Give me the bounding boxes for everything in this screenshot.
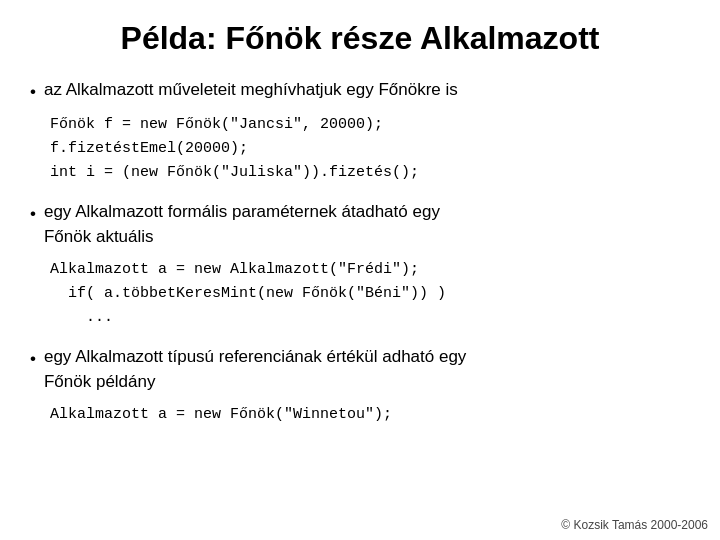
content-area: • az Alkalmazott műveleteit meghívhatjuk…	[30, 77, 690, 427]
bullet-icon-3: •	[30, 346, 36, 372]
copyright-text: © Kozsik Tamás 2000-2006	[561, 518, 708, 532]
bullet-item-1: • az Alkalmazott műveleteit meghívhatjuk…	[30, 77, 690, 105]
code-block-2: Alkalmazott a = new Alkalmazott("Frédi")…	[50, 258, 690, 330]
bullet-item-3: • egy Alkalmazott típusú referenciának é…	[30, 344, 690, 395]
code-line-1-2: f.fizetéstEmel(20000);	[50, 140, 248, 157]
page-title: Példa: Főnök része Alkalmazott	[30, 20, 690, 57]
bullet-icon-2: •	[30, 201, 36, 227]
bullet-text-1: az Alkalmazott műveleteit meghívhatjuk e…	[44, 77, 458, 103]
bullet-item-2: • egy Alkalmazott formális paraméternek …	[30, 199, 690, 250]
page-container: Példa: Főnök része Alkalmazott • az Alka…	[0, 0, 720, 540]
code-line-3-1: Alkalmazott a = new Főnök("Winnetou");	[50, 406, 392, 423]
code-line-2-2: if( a.többetKeresMint(new Főnök("Béni"))…	[50, 285, 446, 302]
code-line-2-1: Alkalmazott a = new Alkalmazott("Frédi")…	[50, 261, 419, 278]
code-block-3: Alkalmazott a = new Főnök("Winnetou");	[50, 403, 690, 427]
code-block-1: Főnök f = new Főnök("Jancsi", 20000); f.…	[50, 113, 690, 185]
bullet-text-2: egy Alkalmazott formális paraméternek át…	[44, 199, 440, 250]
code-line-1-3: int i = (new Főnök("Juliska")).fizetés()…	[50, 164, 419, 181]
bullet-icon-1: •	[30, 79, 36, 105]
code-line-2-3: ...	[50, 309, 113, 326]
bullet-text-3: egy Alkalmazott típusú referenciának ért…	[44, 344, 466, 395]
code-line-1-1: Főnök f = new Főnök("Jancsi", 20000);	[50, 116, 383, 133]
